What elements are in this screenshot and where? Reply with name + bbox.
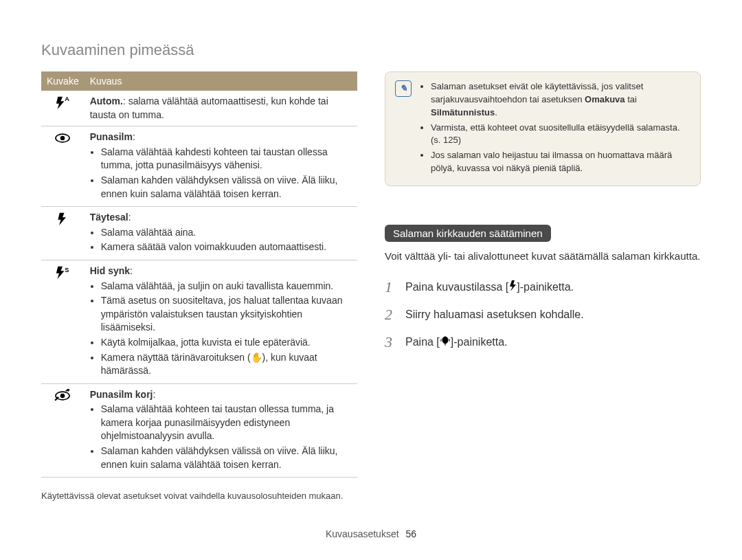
step-number: 3 [385,333,397,351]
list-item: Salama välähtää, ja suljin on auki taval… [101,280,352,293]
table-row: Punasilm korj: Salama välähtää kohteen t… [41,383,357,478]
step-text: ]-painiketta. [451,336,508,348]
list-item: Kamera säätää valon voimakkuuden automaa… [101,240,352,254]
svg-point-2 [60,136,65,141]
flash-icon [508,280,517,291]
note-item: Jos salaman valo heijastuu tai ilmassa o… [431,149,690,175]
step-number: 1 [385,278,397,296]
row-title: Punasilm korj [90,389,153,400]
list-item: Salama välähtää kohteen tai taustan olle… [101,403,352,443]
table-footnote: Käytettävissä olevat asetukset voivat va… [41,490,357,502]
row-title-suffix: : [128,212,131,223]
red-eye-icon [54,133,71,148]
row-title: Hid synk [90,265,130,276]
flash-fill-icon [54,213,71,228]
note-icon: ✎ [395,80,412,97]
list-item: Käytä kolmijalkaa, jotta kuvista ei tule… [101,336,352,350]
step-text: ]-painiketta. [517,281,574,293]
row-title: Täytesal [90,212,128,223]
page-footer: Kuvausasetukset 56 [41,528,701,539]
right-column: ✎ Salaman asetukset eivät ole käytettävi… [385,71,701,522]
svg-text:S: S [65,267,69,273]
step-text: Siirry haluamasi asetuksen kohdalle. [405,309,584,321]
row-title: Punasilm [90,131,133,142]
section-heading: Salaman kirkkauden säätäminen [385,225,551,242]
list-item: Salama välähtää kahdesti kohteen tai tau… [101,146,352,172]
list-item: Kamera näyttää tärinävaroituksen (✋), ku… [101,351,352,378]
macro-icon [440,335,451,346]
svg-point-5 [60,393,65,398]
page-number: 56 [405,528,416,539]
list-item: Salaman kahden välähdyksen välissä on vi… [101,445,352,471]
row-title-suffix: : [153,389,156,400]
note-box: ✎ Salaman asetukset eivät ole käytettävi… [385,71,701,186]
list-item: Salama välähtää aina. [101,226,352,240]
step-item: 2 Siirry haluamasi asetuksen kohdalle. [385,306,701,324]
row-title: Autom. [90,96,123,107]
flash-slow-sync-icon: S [54,267,71,282]
page-title: Kuvaaminen pimeässä [41,41,701,59]
table-row: S Hid synk: Salama välähtää, ja suljin o… [41,260,357,383]
step-item: 1 Paina kuvaustilassa []-painiketta. [385,278,701,296]
steps-list: 1 Paina kuvaustilassa []-painiketta. 2 S… [385,278,701,351]
row-title-suffix: : [130,265,133,276]
step-number: 2 [385,306,397,324]
note-item: Salaman asetukset eivät ole käytettäviss… [431,80,690,120]
col-header-desc: Kuvaus [85,71,357,91]
table-row: Punasilm: Salama välähtää kahdesti kohte… [41,126,357,207]
step-text: Paina [ [405,336,440,348]
step-text: Paina kuvaustilassa [ [405,281,508,293]
table-row: A Autom.: salama välähtää automaattisest… [41,91,357,126]
flash-auto-icon: A [54,97,71,112]
row-title-suffix: : [133,131,135,142]
flash-modes-table: Kuvake Kuvaus A Autom.: salama välähtää … [41,71,357,478]
section-description: Voit välttää yli- tai alivalottuneet kuv… [385,249,701,263]
step-item: 3 Paina []-painiketta. [385,333,701,351]
col-header-icon: Kuvake [41,71,85,91]
footer-label: Kuvausasetukset [326,528,399,539]
row-title-suffix: : salama välähtää automaattisesti, kun k… [90,96,328,120]
note-item: Varmista, että kohteet ovat suositellull… [431,122,690,148]
list-item: Tämä asetus on suositeltava, jos haluat … [101,294,352,335]
red-eye-fix-icon [54,390,71,405]
svg-text:A: A [65,96,70,102]
table-row: Täytesal: Salama välähtää aina. Kamera s… [41,207,357,260]
list-item: Salaman kahden välähdyksen välissä on vi… [101,174,352,201]
left-column: Kuvake Kuvaus A Autom.: salama välähtää … [41,71,357,522]
